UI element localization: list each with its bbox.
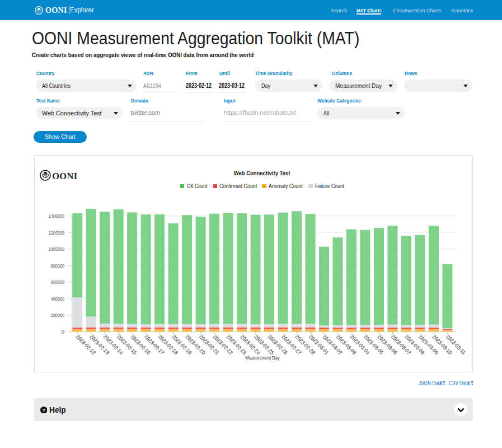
svg-text:Measurement Day: Measurement Day: [245, 354, 279, 361]
svg-text:400000: 400000: [50, 296, 64, 302]
svg-text:600000: 600000: [50, 279, 64, 285]
svg-text:800000: 800000: [50, 263, 64, 269]
svg-text:?: ?: [42, 407, 45, 413]
svg-text:1000000: 1000000: [48, 246, 64, 252]
svg-text:200000: 200000: [50, 312, 64, 318]
svg-text:1200000: 1200000: [48, 230, 64, 236]
svg-text:0: 0: [61, 329, 64, 335]
svg-text:1400000: 1400000: [48, 213, 64, 219]
